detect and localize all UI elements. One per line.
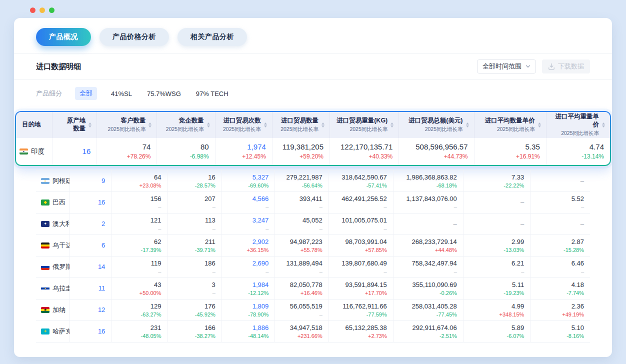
sort-carets[interactable] <box>263 122 268 128</box>
origin-count-link[interactable]: 16 <box>98 198 105 207</box>
growth-badge: – <box>384 204 387 210</box>
sort-carets[interactable] <box>465 122 470 128</box>
cell-value: – <box>580 220 584 228</box>
filter-option-all[interactable]: 全部 <box>75 87 97 100</box>
sort-carets[interactable] <box>537 122 542 128</box>
highlighted-table-section: 目的地原产地 数量客户数量2025同比增长率竞企数量2025同比增长率进口贸易次… <box>15 111 611 166</box>
header-text: 客户数量2025同比增长率 <box>108 117 146 133</box>
trade-count-link[interactable]: 1,974 <box>247 142 266 152</box>
table-cell: 62-17.39% <box>112 235 168 256</box>
header-cell: 原产地 数量 <box>52 112 97 138</box>
cell-value: 4.74 <box>590 142 604 152</box>
cell-value: 121 <box>150 216 162 225</box>
table-row[interactable]: •阿根廷964+23.08%16-28.57%5,327-69.60%279,2… <box>36 170 590 192</box>
flag-emblem: ✦ <box>41 221 50 227</box>
growth-badge: – <box>320 311 322 318</box>
table-row[interactable]: 俄罗斯14119–186–2,690–131,889,494–139,807,6… <box>36 256 590 278</box>
growth-badge: -39.71% <box>195 246 216 254</box>
highlight-row[interactable]: •印度1674+78.26%80-6.98%1,974+12.45%119,38… <box>16 138 610 165</box>
sort-asc-icon <box>322 122 324 124</box>
cell-value: 176 <box>204 302 216 311</box>
filter-option-sl[interactable]: 41%SL <box>110 88 133 100</box>
filter-option-tech[interactable]: 97% TECH <box>195 88 230 100</box>
zoom-button[interactable] <box>49 8 54 13</box>
tab-product-price-analysis[interactable]: 产品价格分析 <box>100 28 169 46</box>
sort-asc-icon <box>207 122 210 124</box>
origin-count-cell: 9 <box>70 170 112 192</box>
header-title: 进口贸易数量 <box>280 117 318 125</box>
origin-count-cell: 16 <box>70 192 112 213</box>
destination-cell: 俄罗斯 <box>36 256 70 278</box>
cell-value: 318,642,590.67 <box>342 173 386 182</box>
table-row[interactable]: •乌拉圭1143+50.00%3–1,984-12.12%82,050,778+… <box>36 278 590 300</box>
table-cell: 5,327-69.60% <box>222 170 276 192</box>
origin-count-link[interactable]: 12 <box>98 306 105 314</box>
sort-carets[interactable] <box>320 122 326 128</box>
sort-desc-icon <box>88 126 92 128</box>
header-text: 原产地 数量 <box>67 117 86 132</box>
close-button[interactable] <box>30 8 36 13</box>
table-row[interactable]: 乌干达662-17.39%211-39.71%2,902+36.15%94,98… <box>36 235 590 256</box>
origin-count-link[interactable]: 6 <box>102 241 105 250</box>
origin-count-link[interactable]: 16 <box>82 146 91 156</box>
filter-option-wsg[interactable]: 75.7%WSG <box>146 88 182 100</box>
growth-badge: -77.45% <box>436 311 457 318</box>
table-row[interactable]: ◆巴西16156–207–4,566–393,411–462,491,256.5… <box>36 192 590 214</box>
growth-badge: -15.28% <box>564 246 584 254</box>
cell-value: 166 <box>204 324 216 332</box>
sort-carets[interactable] <box>206 122 211 128</box>
trade-count-link[interactable]: 1,809 <box>252 302 269 311</box>
origin-count-link[interactable]: 16 <box>98 327 105 336</box>
destination-cell: •阿根廷 <box>36 170 70 192</box>
origin-count-link[interactable]: 2 <box>102 220 105 228</box>
cell-value: 186 <box>204 259 216 268</box>
cell-value: 82,050,778 <box>290 280 322 290</box>
trade-count-link[interactable]: 4,566 <box>252 194 269 204</box>
sort-carets[interactable] <box>390 122 394 128</box>
flag-icon <box>41 264 50 270</box>
chevron-down-icon <box>526 64 530 68</box>
tab-product-overview[interactable]: 产品概况 <box>36 28 91 46</box>
table-row[interactable]: ✦澳大利亚2121–113–3,247–45,052–101,005,075.0… <box>36 214 590 235</box>
origin-count-link[interactable]: 14 <box>98 262 105 272</box>
trade-count-link[interactable]: 1,984 <box>252 280 269 290</box>
trade-count-link[interactable]: 2,902 <box>252 238 269 246</box>
download-button[interactable]: 下载数据 <box>542 60 590 74</box>
growth-badge: -13.03% <box>504 246 524 254</box>
trade-count-link[interactable]: 2,690 <box>252 259 269 268</box>
sort-carets[interactable] <box>148 122 152 128</box>
header-text: 进口平均重量单价2025同比增长率 <box>550 113 599 136</box>
trade-count-link[interactable]: 5,327 <box>252 173 269 182</box>
cell-value: – <box>520 198 524 207</box>
table-row[interactable]: ★加纳12129-63.27%176-45.92%1,809-78.90%56,… <box>36 300 590 321</box>
tab-related-product-analysis[interactable]: 相关产品分析 <box>178 28 247 46</box>
trade-count-link[interactable]: 3,247 <box>252 216 269 225</box>
table-cell: 2.87-15.28% <box>530 235 590 256</box>
trade-count-link[interactable]: 1,886 <box>252 324 269 332</box>
growth-badge: +50.00% <box>140 290 162 296</box>
cell-value: 56,055,519 <box>290 302 322 311</box>
table-cell: 5.89-6.07% <box>464 321 531 342</box>
table-cell: 4.74-13.14% <box>546 138 610 165</box>
growth-badge: +23.08% <box>140 182 162 189</box>
table-cell: – <box>394 214 464 234</box>
table-cell: 16-28.57% <box>168 170 222 192</box>
table-cell: 166-38.27% <box>168 321 222 342</box>
sort-asc-icon <box>264 122 267 124</box>
origin-count-link[interactable]: 11 <box>98 284 106 293</box>
header-cell: 进口贸易次数2025同比增长率 <box>216 112 272 138</box>
cell-value: 7.33 <box>512 173 524 182</box>
table-cell: 94,987,223+55.78% <box>275 235 328 256</box>
sort-carets[interactable] <box>88 122 92 128</box>
table-cell: 129-63.27% <box>112 300 168 320</box>
origin-count-cell: 11 <box>70 278 112 299</box>
growth-badge: -17.39% <box>140 246 161 254</box>
time-range-select[interactable]: 全部时间范围 <box>477 60 536 74</box>
growth-badge: +44.48% <box>435 246 457 254</box>
table-body: •阿根廷964+23.08%16-28.57%5,327-69.60%279,2… <box>36 170 590 342</box>
table-row[interactable]: ☀哈萨克斯坦16231-48.05%166-38.27%1,886-48.14%… <box>36 321 590 342</box>
minimize-button[interactable] <box>40 8 45 13</box>
growth-badge: -45.92% <box>195 311 216 318</box>
sort-carets[interactable] <box>601 122 606 128</box>
origin-count-link[interactable]: 9 <box>102 176 105 186</box>
